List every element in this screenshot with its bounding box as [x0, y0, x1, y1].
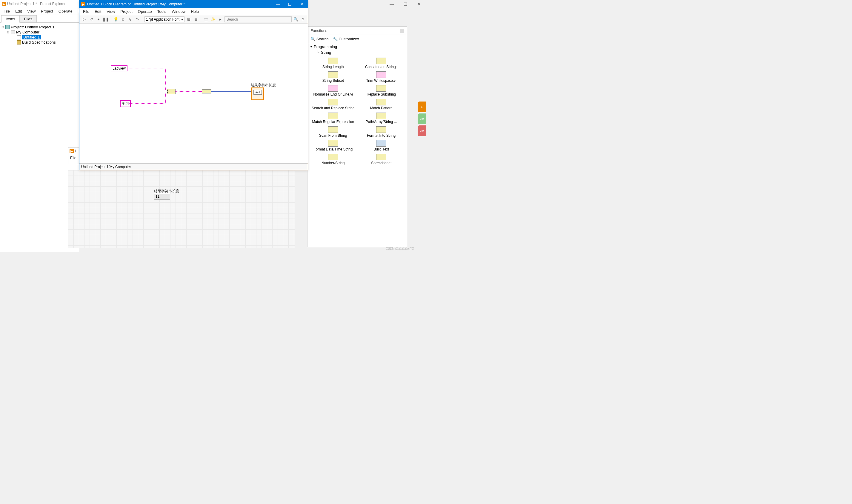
fn-replace-substring[interactable]: Replace Substring [358, 85, 405, 97]
string-constant-2[interactable]: 学习 [120, 100, 131, 107]
fp-stub-menu-file[interactable]: File [68, 155, 80, 161]
outer-close-button[interactable]: ✕ [412, 0, 426, 8]
pe-menu-project[interactable]: Project [38, 8, 55, 14]
functions-header[interactable]: Functions [307, 26, 407, 35]
project-explorer-titlebar[interactable]: ▶ Untitled Project 1 * - Project Explore… [0, 0, 79, 8]
font-combo[interactable]: 17pt Application Font ▾ [144, 16, 184, 22]
front-panel-stub-window[interactable]: ▶ U File [68, 147, 80, 164]
fn-match-pattern[interactable]: Match Pattern [358, 98, 405, 111]
bd-menu-view[interactable]: View [104, 8, 117, 14]
fn-format-datetime[interactable]: Format Date/Time String [309, 140, 357, 152]
fn-spreadsheet[interactable]: Spreadsheet [358, 153, 405, 166]
run-button[interactable]: ▷ [81, 16, 87, 22]
search-input[interactable]: Search [224, 16, 292, 22]
pe-menu-view[interactable]: View [25, 8, 38, 14]
wire[interactable] [125, 68, 165, 68]
front-panel-area[interactable]: 结果字符串长度 11 [68, 170, 295, 248]
chevron-down-icon[interactable]: ▾ [310, 45, 312, 48]
side-tab-1[interactable]: 1 [418, 102, 426, 112]
concatenate-strings-node[interactable] [167, 89, 176, 94]
distribute-button[interactable]: ⊟ [193, 16, 199, 22]
pe-menu-operate[interactable]: Operate [56, 8, 75, 14]
pe-menu-file[interactable]: File [1, 8, 12, 14]
pause-button[interactable]: ❚❚ [103, 16, 109, 22]
highlight-exec-button[interactable]: 💡 [113, 16, 119, 22]
help-button[interactable]: ? [300, 16, 306, 22]
functions-title: Functions [310, 29, 327, 33]
fn-match-regex[interactable]: Match Regular Expression [309, 112, 357, 125]
search-icon[interactable]: 🔍 [293, 16, 299, 22]
fn-normalize-eol[interactable]: Normalize End Of Line.vi [309, 85, 357, 97]
bd-menu-project[interactable]: Project [118, 8, 134, 14]
bd-menu-window[interactable]: Window [169, 8, 188, 14]
bd-menu-file[interactable]: File [80, 8, 92, 14]
fn-number-string[interactable]: Number/String [309, 153, 357, 166]
functions-customize[interactable]: 🔧 Customize▾ [333, 37, 359, 41]
fp-indicator[interactable]: 结果字符串长度 11 [154, 189, 179, 200]
wire[interactable] [176, 91, 202, 92]
close-button[interactable]: ✕ [296, 0, 308, 8]
computer-icon [11, 30, 15, 34]
wire[interactable] [165, 68, 166, 90]
numeric-indicator[interactable]: 123 [251, 88, 264, 100]
fn-search-replace[interactable]: Search and Replace String [309, 98, 357, 111]
abort-button[interactable]: ● [95, 16, 102, 22]
tree-build-specs[interactable]: Build Specifications [1, 40, 78, 45]
fn-string-subset[interactable]: String Subset [309, 71, 357, 83]
build-icon [17, 40, 21, 44]
functions-breadcrumb: ▾ Programming [307, 43, 407, 50]
search-placeholder: Search [226, 17, 238, 21]
tree-vi-item[interactable]: Untitled 1 [1, 35, 78, 40]
string-constant-1[interactable]: Labview [111, 66, 127, 71]
tab-files[interactable]: Files [20, 15, 37, 23]
maximize-button[interactable]: ☐ [284, 0, 296, 8]
reorder-button[interactable]: ⬚ [203, 16, 209, 22]
bd-menu-help[interactable]: Help [188, 8, 201, 14]
wire[interactable] [165, 93, 166, 103]
fn-build-text[interactable]: Build Text [358, 140, 405, 152]
wire-numeric[interactable] [211, 91, 251, 92]
bd-menu-tools[interactable]: Tools [155, 8, 169, 14]
block-diagram-statusbar: Untitled Project 1/My Computer [79, 163, 308, 170]
expand-icon[interactable]: ⊟ [1, 25, 4, 29]
align-button[interactable]: ⊞ [186, 16, 192, 22]
run-continuous-button[interactable]: ⟲ [88, 16, 94, 22]
expand-icon[interactable]: ⊟ [6, 31, 10, 34]
block-diagram-title: Untitled 1 Block Diagram on Untitled Pro… [87, 2, 185, 6]
fn-scan-from-string[interactable]: Scan From String [309, 126, 357, 138]
context-help-arrow[interactable]: ▸ [217, 16, 223, 22]
functions-toolbar: 🔍 Search 🔧 Customize▾ [307, 35, 407, 43]
tree-my-computer[interactable]: ⊟ My Computer [1, 30, 78, 35]
outer-minimize-button[interactable]: — [385, 0, 399, 8]
tab-items[interactable]: Items [1, 15, 20, 23]
indicator-label: 结果字符串长度 [251, 83, 276, 88]
fn-concatenate-strings[interactable]: Concatenate Strings [358, 57, 405, 70]
tree-build-label: Build Specifications [22, 40, 56, 44]
step-over-button[interactable]: ↷ [134, 16, 140, 22]
cleanup-button[interactable]: ✨ [210, 16, 216, 22]
minimize-button[interactable]: — [272, 0, 284, 8]
pe-menu-edit[interactable]: Edit [13, 8, 24, 14]
step-into-button[interactable]: ↳ [127, 16, 133, 22]
crumb-string[interactable]: String [321, 50, 331, 55]
bd-menu-operate[interactable]: Operate [135, 8, 155, 14]
retain-wire-button[interactable]: ⎌ [120, 16, 126, 22]
tree-project-root[interactable]: ⊟ Project: Untitled Project 1 [1, 24, 78, 30]
crumb-programming[interactable]: Programming [314, 44, 337, 49]
side-tab-2[interactable]: 0.0 [418, 113, 426, 124]
wire[interactable] [129, 103, 165, 104]
fn-string-length[interactable]: String Length [309, 57, 357, 70]
functions-search[interactable]: 🔍 Search [310, 37, 329, 41]
block-diagram-canvas[interactable]: Labview 学习 结果字符串长度 123 [79, 23, 308, 163]
side-tab-3[interactable]: 0.0 [418, 125, 426, 136]
fn-trim-whitespace[interactable]: Trim Whitespace.vi [358, 71, 405, 83]
block-diagram-titlebar[interactable]: ▶ Untitled 1 Block Diagram on Untitled P… [79, 0, 308, 8]
bd-menu-edit[interactable]: Edit [92, 8, 104, 14]
labview-icon: ▶ [70, 149, 74, 153]
string-length-node[interactable] [202, 89, 211, 93]
pin-icon[interactable] [400, 29, 404, 33]
labview-icon: ▶ [81, 2, 85, 6]
outer-maximize-button[interactable]: ☐ [399, 0, 412, 8]
fn-format-into-string[interactable]: Format Into String [358, 126, 405, 138]
fn-path-array-string[interactable]: Path/Array/String ... [358, 112, 405, 125]
